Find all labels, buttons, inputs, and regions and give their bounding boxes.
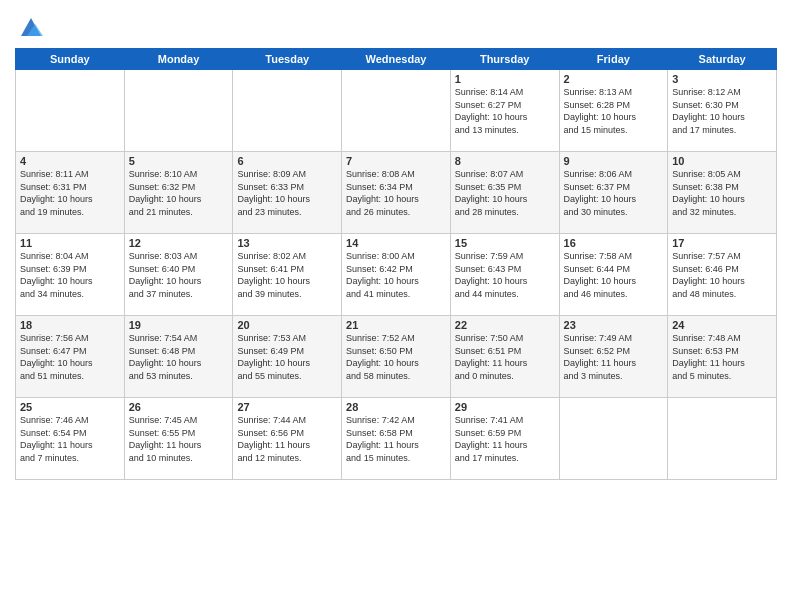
calendar-cell: 14Sunrise: 8:00 AM Sunset: 6:42 PM Dayli… xyxy=(342,234,451,316)
day-info: Sunrise: 7:42 AM Sunset: 6:58 PM Dayligh… xyxy=(346,414,446,464)
calendar-cell: 25Sunrise: 7:46 AM Sunset: 6:54 PM Dayli… xyxy=(16,398,125,480)
week-row-2: 4Sunrise: 8:11 AM Sunset: 6:31 PM Daylig… xyxy=(16,152,777,234)
calendar-cell: 4Sunrise: 8:11 AM Sunset: 6:31 PM Daylig… xyxy=(16,152,125,234)
calendar-cell xyxy=(559,398,668,480)
day-number: 4 xyxy=(20,155,120,167)
day-number: 5 xyxy=(129,155,229,167)
day-info: Sunrise: 7:41 AM Sunset: 6:59 PM Dayligh… xyxy=(455,414,555,464)
day-info: Sunrise: 7:49 AM Sunset: 6:52 PM Dayligh… xyxy=(564,332,664,382)
day-info: Sunrise: 8:12 AM Sunset: 6:30 PM Dayligh… xyxy=(672,86,772,136)
calendar-cell xyxy=(668,398,777,480)
day-info: Sunrise: 8:11 AM Sunset: 6:31 PM Dayligh… xyxy=(20,168,120,218)
calendar-cell: 20Sunrise: 7:53 AM Sunset: 6:49 PM Dayli… xyxy=(233,316,342,398)
logo-icon xyxy=(17,14,45,42)
page-container: SundayMondayTuesdayWednesdayThursdayFrid… xyxy=(0,0,792,485)
day-number: 22 xyxy=(455,319,555,331)
calendar-cell: 16Sunrise: 7:58 AM Sunset: 6:44 PM Dayli… xyxy=(559,234,668,316)
day-info: Sunrise: 7:54 AM Sunset: 6:48 PM Dayligh… xyxy=(129,332,229,382)
day-number: 2 xyxy=(564,73,664,85)
day-info: Sunrise: 7:56 AM Sunset: 6:47 PM Dayligh… xyxy=(20,332,120,382)
calendar-cell: 19Sunrise: 7:54 AM Sunset: 6:48 PM Dayli… xyxy=(124,316,233,398)
week-row-3: 11Sunrise: 8:04 AM Sunset: 6:39 PM Dayli… xyxy=(16,234,777,316)
day-number: 1 xyxy=(455,73,555,85)
day-info: Sunrise: 8:14 AM Sunset: 6:27 PM Dayligh… xyxy=(455,86,555,136)
day-number: 13 xyxy=(237,237,337,249)
day-info: Sunrise: 8:04 AM Sunset: 6:39 PM Dayligh… xyxy=(20,250,120,300)
calendar-cell: 8Sunrise: 8:07 AM Sunset: 6:35 PM Daylig… xyxy=(450,152,559,234)
calendar-cell: 17Sunrise: 7:57 AM Sunset: 6:46 PM Dayli… xyxy=(668,234,777,316)
day-number: 6 xyxy=(237,155,337,167)
day-info: Sunrise: 7:46 AM Sunset: 6:54 PM Dayligh… xyxy=(20,414,120,464)
day-number: 11 xyxy=(20,237,120,249)
calendar-cell: 10Sunrise: 8:05 AM Sunset: 6:38 PM Dayli… xyxy=(668,152,777,234)
weekday-header-wednesday: Wednesday xyxy=(342,49,451,70)
calendar-cell: 15Sunrise: 7:59 AM Sunset: 6:43 PM Dayli… xyxy=(450,234,559,316)
calendar-cell: 26Sunrise: 7:45 AM Sunset: 6:55 PM Dayli… xyxy=(124,398,233,480)
calendar-cell: 7Sunrise: 8:08 AM Sunset: 6:34 PM Daylig… xyxy=(342,152,451,234)
calendar-cell: 29Sunrise: 7:41 AM Sunset: 6:59 PM Dayli… xyxy=(450,398,559,480)
day-number: 18 xyxy=(20,319,120,331)
day-info: Sunrise: 7:48 AM Sunset: 6:53 PM Dayligh… xyxy=(672,332,772,382)
weekday-header-monday: Monday xyxy=(124,49,233,70)
day-info: Sunrise: 8:13 AM Sunset: 6:28 PM Dayligh… xyxy=(564,86,664,136)
week-row-4: 18Sunrise: 7:56 AM Sunset: 6:47 PM Dayli… xyxy=(16,316,777,398)
calendar-body: 1Sunrise: 8:14 AM Sunset: 6:27 PM Daylig… xyxy=(16,70,777,480)
weekday-header-thursday: Thursday xyxy=(450,49,559,70)
calendar-header: SundayMondayTuesdayWednesdayThursdayFrid… xyxy=(16,49,777,70)
day-info: Sunrise: 7:53 AM Sunset: 6:49 PM Dayligh… xyxy=(237,332,337,382)
day-info: Sunrise: 8:00 AM Sunset: 6:42 PM Dayligh… xyxy=(346,250,446,300)
day-info: Sunrise: 7:57 AM Sunset: 6:46 PM Dayligh… xyxy=(672,250,772,300)
day-info: Sunrise: 7:52 AM Sunset: 6:50 PM Dayligh… xyxy=(346,332,446,382)
day-info: Sunrise: 7:58 AM Sunset: 6:44 PM Dayligh… xyxy=(564,250,664,300)
calendar-cell: 28Sunrise: 7:42 AM Sunset: 6:58 PM Dayli… xyxy=(342,398,451,480)
calendar-cell: 18Sunrise: 7:56 AM Sunset: 6:47 PM Dayli… xyxy=(16,316,125,398)
day-number: 15 xyxy=(455,237,555,249)
day-info: Sunrise: 8:06 AM Sunset: 6:37 PM Dayligh… xyxy=(564,168,664,218)
day-info: Sunrise: 8:03 AM Sunset: 6:40 PM Dayligh… xyxy=(129,250,229,300)
day-number: 24 xyxy=(672,319,772,331)
header-row: SundayMondayTuesdayWednesdayThursdayFrid… xyxy=(16,49,777,70)
day-number: 17 xyxy=(672,237,772,249)
day-info: Sunrise: 8:07 AM Sunset: 6:35 PM Dayligh… xyxy=(455,168,555,218)
calendar-cell: 5Sunrise: 8:10 AM Sunset: 6:32 PM Daylig… xyxy=(124,152,233,234)
day-number: 27 xyxy=(237,401,337,413)
day-number: 9 xyxy=(564,155,664,167)
day-number: 26 xyxy=(129,401,229,413)
calendar-cell xyxy=(124,70,233,152)
calendar-cell xyxy=(16,70,125,152)
calendar-cell: 27Sunrise: 7:44 AM Sunset: 6:56 PM Dayli… xyxy=(233,398,342,480)
day-number: 25 xyxy=(20,401,120,413)
day-number: 28 xyxy=(346,401,446,413)
weekday-header-tuesday: Tuesday xyxy=(233,49,342,70)
day-info: Sunrise: 8:08 AM Sunset: 6:34 PM Dayligh… xyxy=(346,168,446,218)
day-info: Sunrise: 8:05 AM Sunset: 6:38 PM Dayligh… xyxy=(672,168,772,218)
calendar-cell: 9Sunrise: 8:06 AM Sunset: 6:37 PM Daylig… xyxy=(559,152,668,234)
day-number: 20 xyxy=(237,319,337,331)
day-number: 16 xyxy=(564,237,664,249)
day-info: Sunrise: 7:59 AM Sunset: 6:43 PM Dayligh… xyxy=(455,250,555,300)
week-row-1: 1Sunrise: 8:14 AM Sunset: 6:27 PM Daylig… xyxy=(16,70,777,152)
week-row-5: 25Sunrise: 7:46 AM Sunset: 6:54 PM Dayli… xyxy=(16,398,777,480)
calendar-cell: 2Sunrise: 8:13 AM Sunset: 6:28 PM Daylig… xyxy=(559,70,668,152)
day-number: 14 xyxy=(346,237,446,249)
calendar-table: SundayMondayTuesdayWednesdayThursdayFrid… xyxy=(15,48,777,480)
day-number: 29 xyxy=(455,401,555,413)
calendar-cell: 11Sunrise: 8:04 AM Sunset: 6:39 PM Dayli… xyxy=(16,234,125,316)
day-number: 10 xyxy=(672,155,772,167)
day-info: Sunrise: 7:44 AM Sunset: 6:56 PM Dayligh… xyxy=(237,414,337,464)
logo xyxy=(15,14,45,42)
weekday-header-friday: Friday xyxy=(559,49,668,70)
calendar-cell: 24Sunrise: 7:48 AM Sunset: 6:53 PM Dayli… xyxy=(668,316,777,398)
day-info: Sunrise: 8:02 AM Sunset: 6:41 PM Dayligh… xyxy=(237,250,337,300)
header xyxy=(15,10,777,42)
day-number: 3 xyxy=(672,73,772,85)
calendar-cell: 12Sunrise: 8:03 AM Sunset: 6:40 PM Dayli… xyxy=(124,234,233,316)
calendar-cell: 3Sunrise: 8:12 AM Sunset: 6:30 PM Daylig… xyxy=(668,70,777,152)
day-number: 19 xyxy=(129,319,229,331)
day-info: Sunrise: 7:50 AM Sunset: 6:51 PM Dayligh… xyxy=(455,332,555,382)
calendar-cell xyxy=(233,70,342,152)
weekday-header-saturday: Saturday xyxy=(668,49,777,70)
day-number: 7 xyxy=(346,155,446,167)
calendar-cell: 6Sunrise: 8:09 AM Sunset: 6:33 PM Daylig… xyxy=(233,152,342,234)
day-info: Sunrise: 8:10 AM Sunset: 6:32 PM Dayligh… xyxy=(129,168,229,218)
